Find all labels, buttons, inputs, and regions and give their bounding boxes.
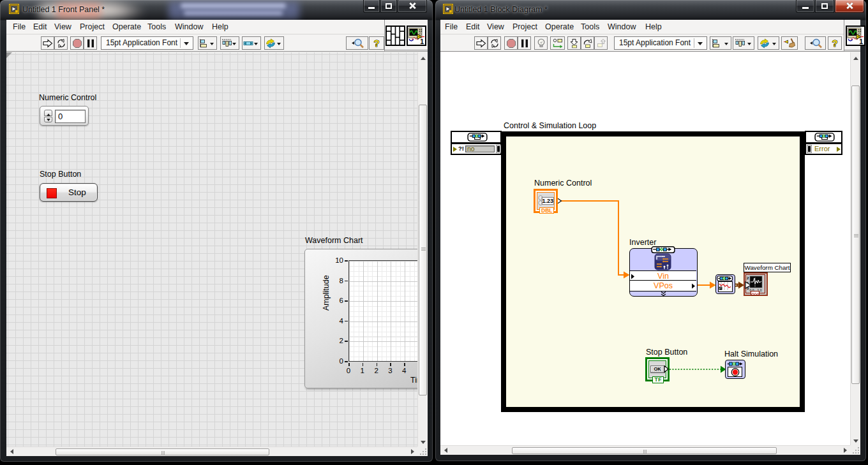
inverter-vpos-row[interactable]: VPos — [630, 281, 696, 292]
sim-param-field[interactable]: no — [465, 145, 495, 152]
context-help-button[interactable]: ? — [828, 36, 842, 50]
menu-project[interactable]: Project — [80, 20, 105, 34]
maximize-button[interactable] — [815, 0, 834, 13]
pause-button[interactable] — [518, 36, 531, 50]
vscroll-thumb[interactable] — [851, 85, 860, 384]
menu-operate[interactable]: Operate — [112, 20, 141, 34]
menu-window[interactable]: Window — [175, 20, 203, 34]
ok-button-icon: OK — [650, 365, 665, 374]
menu-file[interactable]: File — [445, 20, 458, 34]
vi-icon[interactable]: 1 — [407, 26, 426, 46]
sim-loop-error-row[interactable]: Error — [805, 143, 842, 155]
menu-operate[interactable]: Operate — [545, 20, 574, 34]
resize-grip[interactable] — [417, 447, 428, 456]
step-out-button[interactable] — [594, 36, 608, 50]
increment-button[interactable] — [44, 110, 52, 116]
distribute-objects-button[interactable] — [733, 36, 754, 50]
waveform-chart-terminal[interactable]: 2 1 0 0.0 1.0 — [744, 272, 768, 296]
front-panel-toolbar: 15pt Application Font — [6, 35, 428, 52]
pause-button[interactable] — [84, 36, 97, 50]
stop-button[interactable]: Stop — [40, 183, 98, 202]
scroll-right-icon[interactable] — [411, 449, 417, 454]
run-button[interactable] — [474, 36, 488, 50]
scroll-up-icon[interactable] — [421, 54, 426, 60]
align-objects-button[interactable] — [710, 36, 731, 50]
vscroll-thumb[interactable] — [419, 105, 427, 395]
reorder-objects-button[interactable] — [758, 36, 779, 50]
front-panel-window-buttons — [363, 0, 427, 13]
retain-wire-values-button[interactable] — [550, 36, 565, 50]
collector-node[interactable] — [715, 274, 735, 294]
dropdown-arrow-icon — [184, 42, 189, 48]
abort-button[interactable] — [70, 36, 84, 50]
resize-objects-button[interactable] — [242, 36, 261, 50]
inverter-node[interactable]: Vin VPos — [629, 248, 698, 297]
sim-loop-input-node[interactable] — [451, 131, 502, 144]
highlight-execution-button[interactable] — [534, 36, 548, 50]
scroll-left-icon[interactable] — [8, 449, 13, 454]
inverter-vin-row[interactable]: Vin — [630, 270, 696, 281]
search-button[interactable] — [805, 36, 826, 50]
menu-edit[interactable]: Edit — [466, 20, 480, 34]
resize-grip[interactable] — [850, 445, 860, 455]
block-diagram-canvas[interactable]: Control & Simulation Loop ?! no — [440, 52, 850, 446]
menu-tools[interactable]: Tools — [581, 20, 599, 34]
font-selector[interactable]: 15pt Application Font — [101, 36, 193, 50]
halt-simulation-node[interactable] — [725, 360, 745, 379]
scroll-down-icon[interactable] — [421, 441, 426, 447]
expand-chevron-icon[interactable] — [661, 292, 666, 297]
abort-button[interactable] — [504, 36, 518, 50]
search-button[interactable] — [346, 36, 368, 50]
scroll-up-icon[interactable] — [853, 54, 858, 60]
clean-up-diagram-button[interactable] — [781, 36, 798, 50]
hscroll-thumb[interactable] — [56, 448, 269, 455]
menu-project[interactable]: Project — [513, 20, 537, 34]
vi-icon[interactable]: 1 — [846, 26, 865, 46]
maximize-button[interactable] — [380, 0, 397, 13]
menu-help[interactable]: Help — [645, 20, 662, 34]
font-selector[interactable]: 15pt Application Font — [614, 36, 707, 50]
step-into-button[interactable] — [567, 36, 581, 50]
scroll-down-icon[interactable] — [853, 439, 858, 445]
run-continuous-button[interactable] — [488, 36, 501, 50]
minimize-button[interactable] — [363, 0, 380, 13]
connector-pane-icon[interactable] — [385, 26, 405, 46]
hscroll-thumb[interactable] — [512, 447, 777, 454]
step-over-button[interactable] — [581, 36, 594, 50]
close-button[interactable] — [835, 0, 864, 13]
run-button[interactable] — [41, 36, 54, 50]
menu-file[interactable]: File — [13, 20, 26, 34]
menu-tools[interactable]: Tools — [147, 20, 166, 34]
aero-blur — [181, 3, 286, 8]
menu-help[interactable]: Help — [212, 20, 228, 34]
chart-terminal-label[interactable]: Waveform Chart — [744, 263, 791, 272]
menu-view[interactable]: View — [487, 20, 504, 34]
scroll-right-icon[interactable] — [844, 448, 849, 453]
context-help-button[interactable]: ? — [369, 36, 384, 50]
run-continuous-button[interactable] — [54, 36, 68, 50]
minimize-icon — [368, 7, 375, 9]
menu-edit[interactable]: Edit — [33, 20, 47, 34]
front-panel-canvas[interactable]: Numeric Control 0 Stop Button Stop Wavef… — [6, 52, 417, 447]
numeric-control-field[interactable]: 0 — [55, 110, 86, 123]
reorder-objects-button[interactable] — [264, 36, 284, 50]
scroll-left-icon[interactable] — [442, 448, 447, 453]
front-panel-hscrollbar[interactable] — [6, 447, 417, 456]
block-diagram-vscrollbar[interactable] — [850, 52, 860, 445]
menu-window[interactable]: Window — [608, 20, 636, 34]
align-objects-button[interactable] — [198, 36, 217, 50]
minimize-button[interactable] — [796, 0, 814, 13]
block-diagram-hscrollbar[interactable] — [440, 445, 850, 455]
sim-loop-input-row[interactable]: ?! no — [451, 143, 502, 155]
decrement-button[interactable] — [44, 117, 52, 123]
close-button[interactable] — [398, 0, 427, 13]
x-tick: 3 — [384, 367, 396, 374]
stop-button-terminal[interactable]: OK TF — [645, 357, 670, 381]
block-diagram-menubar: File Edit View Project Operate Tools Win… — [440, 20, 860, 34]
sim-loop-output-node[interactable] — [805, 131, 842, 144]
chart-plot-area[interactable] — [348, 260, 417, 362]
distribute-objects-button[interactable] — [220, 36, 239, 50]
menu-view[interactable]: View — [54, 20, 71, 34]
front-panel-vscrollbar[interactable] — [417, 52, 428, 447]
numeric-control-terminal[interactable]: 1.23 DBL — [534, 189, 558, 213]
